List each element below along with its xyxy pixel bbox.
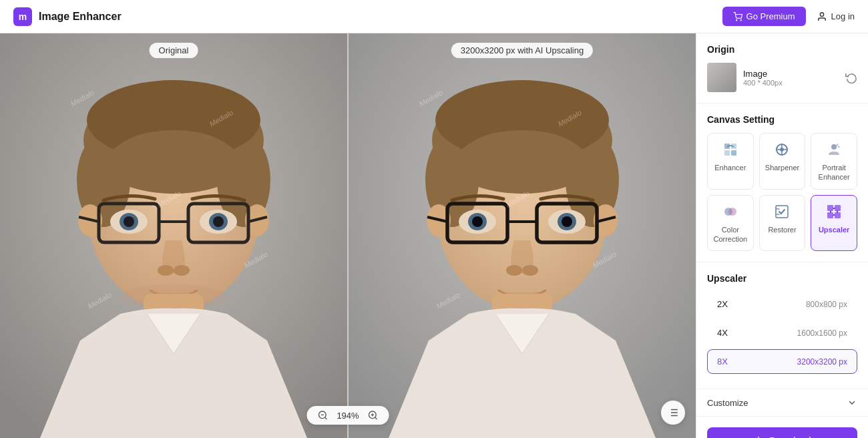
enhancer-icon — [721, 140, 740, 159]
user-icon — [817, 11, 827, 22]
svg-line-57 — [375, 417, 377, 419]
app-header: m Image Enhancer Go Premium Log in — [0, 0, 868, 33]
sharpener-label: Sharpener — [765, 163, 799, 172]
canvas-option-upscaler[interactable]: Upscaler — [811, 195, 857, 252]
refresh-icon — [845, 71, 857, 83]
upscaler-section: Upscaler 2X 800x800 px 4X 1600x1600 px 8… — [696, 262, 868, 389]
svg-point-0 — [736, 19, 736, 20]
canvas-option-restorer[interactable]: Restorer — [759, 195, 806, 252]
svg-rect-69 — [731, 150, 736, 156]
svg-rect-68 — [724, 150, 730, 156]
go-premium-button[interactable]: Go Premium — [722, 7, 806, 26]
svg-point-26 — [174, 265, 190, 276]
svg-point-48 — [472, 216, 483, 227]
customize-label: Customize — [707, 398, 748, 408]
enhanced-image: Medialo Medialo Medialo Medialo Medialo — [349, 33, 696, 438]
svg-rect-80 — [827, 212, 833, 218]
portrait-svg-enhanced — [349, 33, 696, 438]
app-title: Image Enhancer — [39, 11, 122, 23]
canvas-option-enhancer[interactable]: Enhancer — [707, 133, 754, 190]
app-logo: m — [13, 7, 32, 26]
header-left: m Image Enhancer — [13, 7, 122, 26]
canvas-option-portrait-enhancer[interactable]: Portrait Enhancer — [811, 133, 857, 190]
zoom-in-button[interactable] — [368, 410, 379, 421]
canvas-area: Original — [0, 33, 696, 438]
svg-point-2 — [820, 13, 823, 16]
svg-rect-78 — [827, 205, 833, 211]
chevron-down-icon — [847, 397, 857, 408]
origin-thumbnail — [707, 63, 736, 92]
svg-point-76 — [728, 208, 736, 216]
zoom-in-icon — [368, 410, 379, 421]
download-button[interactable]: Download — [707, 427, 857, 438]
svg-point-1 — [740, 19, 741, 20]
download-section: Download — [696, 416, 868, 438]
original-label: Original — [150, 43, 198, 58]
svg-point-49 — [562, 216, 572, 227]
canvas-options-grid: Enhancer Sharpener — [707, 133, 857, 251]
enhanced-panel: 3200x3200 px with AI Upscaling — [349, 33, 696, 438]
portrait-enhancer-label: Portrait Enhancer — [815, 163, 853, 182]
download-label: Download — [769, 435, 811, 438]
customize-row[interactable]: Customize — [696, 389, 868, 416]
origin-image-size: 400 * 400px — [743, 79, 783, 87]
cart-icon — [733, 12, 742, 21]
upscaler-icon — [825, 202, 843, 221]
svg-point-74 — [831, 144, 837, 150]
scale-2x-size: 800x800 px — [806, 300, 847, 309]
origin-section: Origin Image 400 * 400px — [696, 33, 868, 103]
canvas-option-sharpener[interactable]: Sharpener — [759, 133, 806, 190]
restorer-label: Restorer — [768, 225, 796, 234]
svg-rect-79 — [835, 205, 841, 211]
canvas-setting-title: Canvas Setting — [707, 114, 857, 125]
canvas-option-color-correction[interactable]: Color Correction — [707, 195, 754, 252]
svg-rect-81 — [835, 212, 841, 218]
main-content: Original — [0, 33, 868, 438]
login-button[interactable]: Log in — [817, 11, 855, 22]
right-panel: Origin Image 400 * 400px — [696, 33, 868, 438]
scale-4x-size: 1600x1600 px — [797, 328, 847, 338]
restorer-icon — [773, 202, 791, 221]
svg-rect-77 — [776, 206, 788, 218]
download-icon — [753, 435, 764, 438]
color-correction-label: Color Correction — [712, 225, 749, 244]
scale-option-4x[interactable]: 4X 1600x1600 px — [707, 320, 857, 345]
origin-text: Image 400 * 400px — [743, 69, 783, 87]
sharpener-icon — [773, 140, 791, 159]
zoom-level: 194% — [337, 411, 360, 421]
portrait-svg-original — [0, 33, 347, 438]
origin-image-name: Image — [743, 69, 783, 79]
origin-image-info: Image 400 * 400px — [707, 63, 783, 92]
scale-4x-label: 4X — [717, 328, 728, 338]
svg-point-50 — [506, 265, 522, 276]
svg-line-54 — [325, 417, 327, 419]
header-right: Go Premium Log in — [722, 7, 855, 26]
scale-8x-label: 8X — [717, 357, 728, 367]
zoom-out-button[interactable] — [318, 410, 329, 421]
enhancer-label: Enhancer — [714, 163, 746, 172]
portrait-enhancer-icon — [825, 140, 843, 159]
origin-title: Origin — [707, 44, 857, 55]
original-panel: Original — [0, 33, 347, 438]
svg-point-51 — [522, 265, 538, 276]
zoom-bar: 194% — [307, 406, 389, 425]
list-icon — [667, 407, 679, 419]
upscaler-title: Upscaler — [707, 273, 857, 284]
origin-row: Image 400 * 400px — [707, 63, 857, 92]
canvas-setting-section: Canvas Setting Enhancer — [696, 103, 868, 262]
svg-point-25 — [158, 265, 174, 276]
upscaler-label: Upscaler — [819, 225, 849, 234]
scale-option-2x[interactable]: 2X 800x800 px — [707, 292, 857, 316]
scale-8x-size: 3200x3200 px — [797, 357, 847, 367]
color-correction-icon — [721, 202, 740, 221]
enhanced-label: 3200x3200 px with AI Upscaling — [451, 43, 593, 58]
refresh-button[interactable] — [845, 71, 857, 83]
scale-2x-label: 2X — [717, 299, 728, 309]
scale-option-8x[interactable]: 8X 3200x3200 px — [707, 349, 857, 374]
original-image: Medialo Medialo Medialo Medialo Medialo — [0, 33, 347, 438]
info-button[interactable] — [661, 401, 685, 425]
svg-point-23 — [124, 216, 134, 227]
svg-point-24 — [213, 216, 224, 227]
zoom-out-icon — [318, 410, 329, 421]
